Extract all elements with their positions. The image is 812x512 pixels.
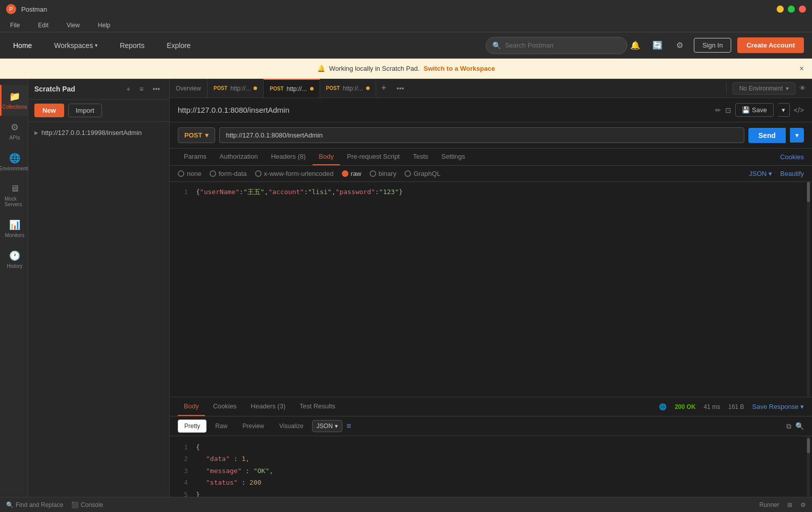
body-options: none form-data x-www-form-urlencoded raw… — [170, 166, 812, 182]
response-format-selector[interactable]: JSON ▾ — [312, 420, 342, 432]
sort-icon[interactable]: ≡ — [136, 84, 146, 94]
search-response-icon[interactable]: 🔍 — [795, 422, 804, 430]
search-input[interactable] — [505, 41, 621, 49]
response-status: 🌐 200 OK 41 ms 161 B Save Response ▾ — [659, 403, 804, 410]
send-button[interactable]: Send — [748, 128, 786, 143]
body-option-graphql[interactable]: GraphQL — [404, 170, 440, 177]
layout-icon[interactable]: ⊞ — [787, 501, 792, 508]
tab-2-url: http://... — [287, 85, 307, 92]
radio-none — [178, 170, 184, 177]
sidebar-item-history[interactable]: 🕐 History — [0, 244, 28, 275]
body-option-none[interactable]: none — [178, 170, 201, 177]
import-button[interactable]: Import — [68, 104, 102, 117]
tab-3[interactable]: POST http://... — [320, 79, 376, 98]
resp-line-3: 3 "message" : "OK", — [178, 465, 804, 477]
cookies-button[interactable]: Cookies — [780, 153, 804, 161]
nav-home[interactable]: Home — [8, 38, 37, 53]
url-input[interactable] — [219, 127, 744, 143]
sidebar-item-environments[interactable]: 🌐 Environments — [0, 147, 28, 177]
sidebar-item-apis[interactable]: ⚙ APIs — [0, 116, 28, 147]
notification-icon[interactable]: 🔔 — [627, 37, 643, 54]
console-button[interactable]: ⬛ Console — [71, 501, 103, 508]
window-controls[interactable] — [777, 6, 806, 13]
radio-raw — [342, 170, 348, 177]
req-tab-settings[interactable]: Settings — [435, 149, 471, 165]
wrap-lines-icon[interactable]: ≡ — [346, 422, 351, 431]
resp-tab-cookies[interactable]: Cookies — [207, 397, 243, 416]
code-icon[interactable]: </> — [794, 106, 804, 114]
topnav-right: 🔔 🔄 ⚙ Sign In Create Account — [627, 37, 804, 54]
response-right-icons: ⧉ 🔍 — [786, 422, 804, 431]
req-tab-body[interactable]: Body — [313, 149, 340, 165]
menu-view[interactable]: View — [63, 20, 84, 31]
nav-explore[interactable]: Explore — [162, 38, 195, 53]
line-number: 1 — [178, 187, 188, 198]
resp-visualize-button[interactable]: Visualize — [273, 420, 310, 433]
bottom-settings-icon[interactable]: ⚙ — [800, 501, 806, 508]
tree-item[interactable]: ▶ http://127.0.0.1:19998/insertAdmin — [28, 126, 169, 139]
resp-tab-test-results[interactable]: Test Results — [293, 397, 341, 416]
response-size: 161 B — [728, 403, 744, 410]
search-bar[interactable]: 🔍 — [486, 37, 627, 54]
menu-help[interactable]: Help — [94, 20, 115, 31]
add-collection-button[interactable]: + — [123, 84, 133, 94]
tab-1[interactable]: POST http://... — [208, 79, 264, 98]
copy-response-icon[interactable]: ⧉ — [786, 422, 791, 431]
json-format-selector[interactable]: JSON ▾ — [749, 170, 772, 177]
environment-selector[interactable]: No Environment ▾ — [733, 82, 795, 95]
tab-3-method: POST — [326, 85, 340, 91]
req-tab-headers[interactable]: Headers (8) — [265, 149, 312, 165]
more-options-icon[interactable]: ••• — [149, 84, 163, 94]
body-option-urlencoded[interactable]: x-www-form-urlencoded — [255, 170, 334, 177]
find-replace-button[interactable]: 🔍 Find and Replace — [6, 501, 63, 508]
save-button[interactable]: 💾 Save — [735, 103, 774, 117]
eye-icon[interactable]: 👁 — [799, 84, 806, 92]
tab-2[interactable]: POST http://... — [264, 79, 320, 98]
save-response-button[interactable]: Save Response ▾ — [752, 403, 804, 410]
settings-icon[interactable]: ⚙ — [672, 37, 688, 54]
nav-reports[interactable]: Reports — [115, 38, 149, 53]
req-tab-authorization[interactable]: Authorization — [214, 149, 264, 165]
body-option-binary[interactable]: binary — [370, 170, 396, 177]
banner-link[interactable]: Switch to a Workspace — [424, 65, 495, 72]
sidebar-item-monitors[interactable]: 📊 Monitors — [0, 213, 28, 244]
save-dropdown-button[interactable]: ▾ — [778, 103, 790, 117]
globe-icon: 🌐 — [659, 403, 667, 410]
beautify-button[interactable]: Beautify — [780, 170, 804, 177]
sidebar-item-collections[interactable]: 📁 Collections — [0, 85, 28, 116]
req-tab-params[interactable]: Params — [178, 149, 213, 165]
create-account-button[interactable]: Create Account — [737, 37, 804, 53]
tab-overview[interactable]: Overview — [170, 79, 208, 98]
new-button[interactable]: New — [34, 104, 64, 117]
send-dropdown-button[interactable]: ▾ — [790, 128, 804, 143]
close-button[interactable] — [799, 6, 806, 13]
req-tab-tests[interactable]: Tests — [407, 149, 434, 165]
req-tab-pre-request[interactable]: Pre-request Script — [341, 149, 406, 165]
body-option-form-data[interactable]: form-data — [210, 170, 247, 177]
signin-button[interactable]: Sign In — [694, 38, 731, 53]
line-number: 2 — [178, 453, 188, 464]
resp-preview-button[interactable]: Preview — [236, 420, 271, 433]
resp-pretty-button[interactable]: Pretty — [178, 420, 207, 433]
more-tabs-icon[interactable]: ••• — [391, 84, 409, 92]
edit-icon[interactable]: ✏ — [715, 106, 721, 114]
sync-icon[interactable]: 🔄 — [649, 37, 666, 54]
runner-button[interactable]: Runner — [759, 501, 779, 508]
save-icon: 💾 — [742, 106, 750, 114]
code-content: {"userName":"王五","account":"lisi","passw… — [196, 187, 403, 198]
resp-tab-headers[interactable]: Headers (3) — [245, 397, 292, 416]
sidebar-item-mock-servers[interactable]: 🖥 Mock Servers — [0, 177, 28, 213]
resp-raw-button[interactable]: Raw — [209, 420, 234, 433]
menu-edit[interactable]: Edit — [34, 20, 53, 31]
copy-icon[interactable]: ⊡ — [725, 106, 731, 114]
nav-workspaces[interactable]: Workspaces ▾ — [49, 38, 103, 53]
banner-close-icon[interactable]: × — [799, 64, 804, 73]
method-arrow-icon: ▾ — [205, 131, 209, 139]
add-tab-button[interactable]: + — [376, 83, 392, 94]
minimize-button[interactable] — [777, 6, 784, 13]
maximize-button[interactable] — [788, 6, 795, 13]
body-option-raw[interactable]: raw — [342, 170, 362, 177]
method-select[interactable]: POST ▾ — [178, 127, 215, 143]
resp-tab-body[interactable]: Body — [178, 397, 205, 416]
menu-file[interactable]: File — [6, 20, 24, 31]
